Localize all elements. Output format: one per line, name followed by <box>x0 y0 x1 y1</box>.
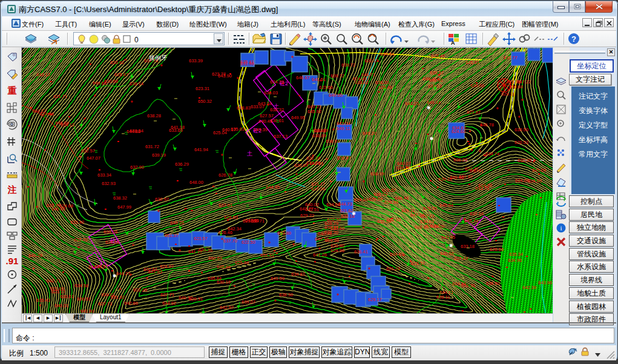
svg-text:647.22: 647.22 <box>517 79 531 85</box>
svg-text:646.67: 646.67 <box>296 75 310 80</box>
svg-text:633.69: 633.69 <box>169 128 183 133</box>
svg-text:625.81: 625.81 <box>465 60 479 65</box>
svg-text:636.23: 636.23 <box>373 192 387 197</box>
svg-text:639.19: 639.19 <box>152 152 166 158</box>
svg-text:624.06: 624.06 <box>515 178 529 183</box>
svg-text:632.20: 632.20 <box>324 230 338 235</box>
svg-text:628.53: 628.53 <box>224 215 238 220</box>
svg-text:✱: ✱ <box>449 243 453 249</box>
svg-text:637.13: 637.13 <box>274 134 288 139</box>
svg-text:625.87: 625.87 <box>114 72 128 77</box>
svg-text:635.36: 635.36 <box>199 247 212 253</box>
svg-text:641.28: 641.28 <box>28 253 42 258</box>
svg-text:626.18: 626.18 <box>105 239 119 245</box>
svg-text:0: 0 <box>134 36 139 44</box>
svg-text:645.92: 645.92 <box>307 109 321 114</box>
svg-text:641.26: 641.26 <box>313 252 327 258</box>
svg-text:633.40: 633.40 <box>70 219 84 225</box>
svg-text:640.56: 640.56 <box>440 251 454 256</box>
svg-text:643.75: 643.75 <box>475 186 489 191</box>
svg-text:650.69: 650.69 <box>208 256 222 261</box>
svg-text:638.50: 638.50 <box>514 127 528 132</box>
svg-text:?: ? <box>571 34 576 44</box>
svg-text:643.65: 643.65 <box>441 235 455 240</box>
svg-text:630.97: 630.97 <box>155 197 169 202</box>
svg-text:644.71: 644.71 <box>439 290 453 295</box>
svg-text:642.51: 642.51 <box>305 207 319 212</box>
svg-text:623.26: 623.26 <box>133 287 147 293</box>
svg-text:645.74: 645.74 <box>464 218 478 224</box>
svg-text:620.68: 620.68 <box>104 79 118 84</box>
svg-text:636.20: 636.20 <box>375 80 389 85</box>
svg-text:636.89: 636.89 <box>312 133 326 138</box>
svg-text:635.63: 635.63 <box>231 126 245 132</box>
svg-text:✱: ✱ <box>430 136 434 141</box>
svg-text:627.44: 627.44 <box>454 256 468 261</box>
svg-text:634.54: 634.54 <box>380 51 394 57</box>
svg-text:621.00: 621.00 <box>50 286 64 291</box>
svg-text:643.26: 643.26 <box>170 220 184 226</box>
svg-text:630.41: 630.41 <box>470 168 484 174</box>
svg-text:633.92: 633.92 <box>110 60 124 65</box>
svg-text:633.34: 633.34 <box>97 172 111 178</box>
svg-text:631.96: 631.96 <box>240 61 254 67</box>
svg-text:627.57: 627.57 <box>260 113 274 119</box>
svg-text:634.69: 634.69 <box>390 252 404 257</box>
svg-text:622.50: 622.50 <box>242 239 255 245</box>
svg-text:620.53: 620.53 <box>514 140 528 145</box>
svg-text:645.86: 645.86 <box>217 264 231 270</box>
svg-text:651.37: 651.37 <box>165 233 179 238</box>
svg-text:644.92: 644.92 <box>162 301 176 306</box>
svg-text:645.04: 645.04 <box>439 203 453 208</box>
svg-text:649.95: 649.95 <box>291 115 305 120</box>
svg-text:647.99: 647.99 <box>117 204 131 210</box>
svg-text:634.81: 634.81 <box>291 271 305 277</box>
svg-text:639.66: 639.66 <box>470 83 484 88</box>
svg-text:637.70: 637.70 <box>223 238 237 244</box>
svg-text:638.32: 638.32 <box>113 195 127 201</box>
svg-text:623.31: 623.31 <box>196 86 209 91</box>
svg-text:641.94: 641.94 <box>194 147 208 152</box>
svg-text:624.64: 624.64 <box>354 197 368 203</box>
svg-text:642.34: 642.34 <box>228 226 242 232</box>
svg-text:634.67: 634.67 <box>452 125 466 131</box>
svg-text:647.07: 647.07 <box>87 155 100 161</box>
svg-text:651.92: 651.92 <box>111 294 125 300</box>
svg-text:634.96: 634.96 <box>508 258 522 263</box>
svg-text:633.05: 633.05 <box>518 158 531 163</box>
svg-text:632.61: 632.61 <box>143 267 157 272</box>
svg-text:627.73: 627.73 <box>98 301 112 307</box>
svg-text:626.78: 626.78 <box>219 172 232 178</box>
svg-text:637.01: 637.01 <box>219 203 232 208</box>
svg-text:636.29: 636.29 <box>175 161 189 167</box>
svg-text:640.45: 640.45 <box>258 119 272 124</box>
svg-text:623.66: 623.66 <box>319 85 333 90</box>
svg-text:638.82: 638.82 <box>355 80 369 85</box>
svg-text:629.22: 629.22 <box>300 213 314 218</box>
svg-text:636.60: 636.60 <box>486 281 500 286</box>
svg-text:634.28: 634.28 <box>104 229 117 235</box>
svg-text:633.18: 633.18 <box>461 244 475 249</box>
svg-text:624.60: 624.60 <box>326 202 340 207</box>
svg-text:649.40: 649.40 <box>450 175 464 180</box>
svg-text:647.18: 647.18 <box>315 236 329 242</box>
svg-text:633.39: 633.39 <box>189 58 203 63</box>
svg-text:637.77: 637.77 <box>504 55 518 60</box>
svg-text:628.66: 628.66 <box>490 247 504 252</box>
svg-text:641.51: 641.51 <box>312 77 326 82</box>
svg-text:648.71: 648.71 <box>361 72 375 77</box>
svg-text:638.28: 638.28 <box>147 113 161 119</box>
svg-text:土: 土 <box>247 151 252 157</box>
svg-text:625.34: 625.34 <box>235 260 249 265</box>
svg-text:617.24: 617.24 <box>311 186 325 192</box>
svg-text:628.33: 628.33 <box>415 224 429 230</box>
svg-text:648.48: 648.48 <box>395 195 409 201</box>
svg-text:621.71: 621.71 <box>53 94 67 99</box>
svg-text:626.40: 626.40 <box>378 85 392 90</box>
svg-text:接例牙: 接例牙 <box>149 54 167 61</box>
svg-text:644.45: 644.45 <box>266 184 280 190</box>
svg-text:641.59: 641.59 <box>271 276 284 281</box>
svg-text:636.26: 636.26 <box>453 157 467 163</box>
svg-text:638.30: 638.30 <box>279 292 293 297</box>
svg-text:650.68: 650.68 <box>509 84 523 89</box>
